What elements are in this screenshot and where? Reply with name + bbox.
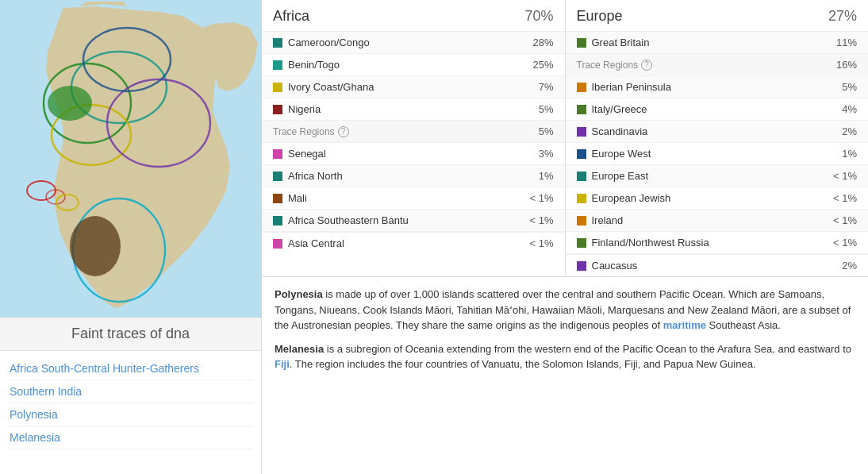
- europe-trace-help-icon[interactable]: ?: [641, 60, 652, 71]
- europe-trace-label: Trace Regions ?: [577, 60, 653, 71]
- link-polynesia[interactable]: Polynesia: [8, 403, 253, 426]
- table-row: Finland/Northwest Russia < 1%: [566, 232, 869, 254]
- table-row: Mali < 1%: [262, 187, 565, 210]
- fiji-link[interactable]: Fiji: [275, 358, 290, 370]
- polynesia-bold: Polynesia: [275, 288, 323, 300]
- faint-traces-text: Faint traces of dna: [71, 326, 190, 341]
- table-row: Europe West 1%: [566, 143, 869, 165]
- table-row: Iberian Peninsula 5%: [566, 76, 869, 98]
- color-european-jewish: [577, 194, 586, 203]
- table-row: Scandinavia 2%: [566, 121, 869, 143]
- africa-column: Africa 70% Cameroon/Congo 28% Benin/Togo…: [262, 0, 565, 276]
- color-mali: [273, 194, 282, 203]
- faint-traces-label: Faint traces of dna: [0, 318, 261, 351]
- table-row: Italy/Greece 4%: [566, 98, 869, 121]
- regions-container: Africa 70% Cameroon/Congo 28% Benin/Togo…: [262, 0, 868, 277]
- color-ivory: [273, 83, 282, 92]
- svg-point-11: [48, 86, 92, 121]
- melanesia-description: Melanesia is a subregion of Oceania exte…: [275, 341, 855, 372]
- africa-trace-label: Trace Regions ?: [273, 126, 349, 137]
- melanesia-bold: Melanesia: [275, 343, 324, 355]
- africa-trace-pct: 5%: [539, 125, 554, 137]
- color-europe-east: [577, 171, 586, 181]
- color-senegal: [273, 149, 282, 159]
- europe-trace-regions-row: Trace Regions ? 16%: [566, 54, 869, 76]
- right-panel: Africa 70% Cameroon/Congo 28% Benin/Togo…: [262, 0, 868, 474]
- table-row: Africa Southeastern Bantu < 1%: [262, 210, 565, 232]
- table-row: European Jewish < 1%: [566, 187, 869, 210]
- africa-trace-regions-row: Trace Regions ? 5%: [262, 121, 565, 143]
- description-area: Polynesia is made up of over 1,000 islan…: [262, 277, 868, 390]
- africa-header: Africa 70%: [262, 0, 565, 32]
- africa-pct: 70%: [524, 8, 553, 25]
- table-row: Ireland < 1%: [566, 210, 869, 232]
- europe-title: Europe: [577, 8, 623, 25]
- table-row: Ivory Coast/Ghana 7%: [262, 76, 565, 98]
- color-asia-central: [273, 239, 282, 249]
- color-scandinavia: [577, 127, 586, 137]
- table-row: Nigeria 5%: [262, 98, 565, 121]
- table-row: Cameroon/Congo 28%: [262, 32, 565, 54]
- caucasus-row: Caucasus 2%: [566, 254, 869, 276]
- table-row: Great Britain 11%: [566, 32, 869, 54]
- africa-trace-help-icon[interactable]: ?: [338, 126, 349, 137]
- link-melanesia[interactable]: Melanesia: [8, 426, 253, 449]
- maritime-link[interactable]: maritime: [663, 319, 706, 331]
- europe-trace-pct: 16%: [836, 59, 857, 71]
- color-ireland: [577, 216, 586, 225]
- color-finland: [577, 238, 586, 248]
- link-africa-south-central[interactable]: Africa South-Central Hunter-Gatherers: [8, 357, 253, 380]
- melanesia-text: is a subregion of Oceania extending from…: [327, 343, 851, 355]
- polynesia-description: Polynesia is made up of over 1,000 islan…: [275, 287, 855, 333]
- svg-point-10: [70, 216, 121, 276]
- color-great-britain: [577, 38, 586, 48]
- polynesia-text-end: Southeast Asia.: [706, 319, 781, 331]
- left-panel: Faint traces of dna Africa South-Central…: [0, 0, 262, 474]
- table-row: Europe East < 1%: [566, 165, 869, 187]
- color-caucasus: [577, 261, 586, 271]
- color-italy: [577, 105, 586, 114]
- table-row: Senegal 3%: [262, 143, 565, 165]
- europe-header: Europe 27%: [566, 0, 869, 32]
- color-europe-west: [577, 149, 586, 159]
- europe-column: Europe 27% Great Britain 11% Trace Regio…: [565, 0, 869, 276]
- melanesia-text-end: . The region includes the four countries…: [290, 358, 756, 370]
- table-row: Africa North 1%: [262, 165, 565, 187]
- africa-title: Africa: [273, 8, 309, 25]
- color-africa-se: [273, 216, 282, 225]
- left-links: Africa South-Central Hunter-Gatherers So…: [0, 351, 261, 474]
- link-southern-india[interactable]: Southern India: [8, 380, 253, 403]
- color-africa-north: [273, 171, 282, 181]
- asia-central-row: Asia Central < 1%: [262, 232, 565, 254]
- color-cameroon: [273, 38, 282, 48]
- color-iberian: [577, 83, 586, 92]
- map-container: [0, 0, 262, 318]
- color-nigeria: [273, 105, 282, 114]
- europe-pct: 27%: [828, 8, 857, 25]
- table-row: Benin/Togo 25%: [262, 54, 565, 76]
- color-benin: [273, 60, 282, 70]
